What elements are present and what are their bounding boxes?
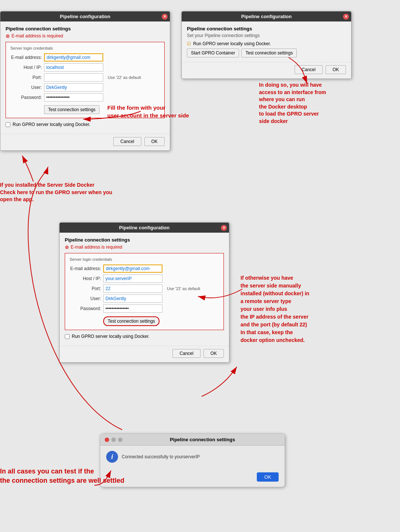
- dialog2-heading: Pipeline connection settings: [187, 26, 346, 31]
- password-input-3[interactable]: [103, 305, 162, 313]
- dialog3-titlebar: Pipeline configuration ✕: [60, 223, 229, 233]
- annotation4: If otherwise you havethe server side man…: [241, 274, 309, 344]
- dialog2-close-button[interactable]: ✕: [343, 14, 349, 20]
- dialog3-footer: Cancel OK: [60, 346, 229, 362]
- dialog2-footer: Cancel OK: [182, 62, 351, 79]
- annotation1: Fill the form with youruser account in t…: [107, 104, 189, 119]
- docker-buttons: Start GPRO Container Test connection set…: [187, 49, 346, 57]
- user-input-3[interactable]: [103, 295, 162, 303]
- connected-info-row: i Connected successfully to yourserverIP: [106, 451, 279, 463]
- docker-checkbox-checked-icon: ☑: [187, 41, 191, 46]
- docker-checkbox-row-3: Run GPRO server locally using Docker.: [65, 334, 224, 339]
- dialog1-error: ⊗ E-mail address is required: [6, 33, 165, 39]
- docker-checkbox-row-1: Run GPRO server locally using Docker.: [6, 122, 165, 127]
- dialog1-cancel-btn[interactable]: Cancel: [113, 137, 141, 146]
- docker-checkbox-row-2: ☑ Run GPRO server locally using Docker.: [187, 41, 346, 46]
- dialog1-close-button[interactable]: ✕: [162, 14, 168, 20]
- dialog1-footer: Cancel OK: [0, 134, 170, 150]
- dialog4-footer: OK: [100, 472, 285, 487]
- host-input-3[interactable]: [103, 275, 162, 283]
- user-label-1: User:: [10, 85, 42, 90]
- port-hint-1: Use '22' as default: [108, 75, 141, 80]
- email-input-3[interactable]: [103, 265, 162, 273]
- dialog4: Pipeline connection settings i Connected…: [100, 433, 285, 487]
- email-input-1[interactable]: [44, 53, 103, 61]
- info-icon: i: [106, 451, 118, 463]
- host-row-1: Host / IP:: [10, 63, 160, 72]
- docker-label-2: Run GPRO server locally using Docker.: [193, 41, 271, 46]
- test-connection-btn-3[interactable]: Test connection settings: [103, 316, 159, 326]
- dialog1: Pipeline configuration ✕ Pipeline connec…: [0, 11, 170, 151]
- credentials-label-3: Server login credentials: [70, 257, 219, 262]
- port-label-1: Port:: [10, 75, 42, 80]
- host-input-1[interactable]: [44, 63, 103, 72]
- dialog3: Pipeline configuration ✕ Pipeline connec…: [59, 222, 229, 363]
- host-label-3: Host / IP:: [70, 276, 101, 281]
- dialog3-error: ⊗ E-mail address is required: [65, 244, 224, 250]
- dialog4-titlebar: Pipeline connection settings: [100, 434, 285, 446]
- dialog3-title: Pipeline configuration: [119, 225, 170, 230]
- dialog3-cancel-btn[interactable]: Cancel: [172, 349, 200, 358]
- mac-maximize-btn[interactable]: [118, 438, 122, 442]
- credentials-box-3: Server login credentials E-mail address:…: [65, 253, 224, 330]
- docker-label-1: Run GPRO server locally using Docker.: [13, 122, 90, 127]
- connected-text: Connected successfully to yourserverIP: [122, 454, 200, 459]
- dialog2-cancel-btn[interactable]: Cancel: [295, 65, 322, 74]
- port-input-1[interactable]: [44, 73, 103, 82]
- annotation2: In doing so, you will haveaccess to an i…: [259, 82, 326, 125]
- annotation5: In all cases you can test if thethe conn…: [0, 467, 124, 485]
- password-label-1: Password:: [10, 95, 42, 100]
- docker-checkbox-3[interactable]: [65, 334, 70, 339]
- email-label-3: E-mail address:: [70, 266, 101, 271]
- dialog2-ok-btn[interactable]: OK: [326, 65, 346, 74]
- docker-label-3: Run GPRO server locally using Docker.: [72, 334, 149, 339]
- mac-close-btn[interactable]: [105, 438, 109, 442]
- password-row-1: Password:: [10, 93, 160, 102]
- test-connection-btn-2[interactable]: Test connection settings: [241, 49, 297, 57]
- start-gpro-container-btn[interactable]: Start GPRO Container: [187, 49, 239, 57]
- dialog2-subtitle: Set your Pipeline connection settings: [187, 33, 346, 38]
- dialog4-ok-btn[interactable]: OK: [257, 472, 279, 482]
- error-icon: ⊗: [6, 33, 10, 39]
- host-label-1: Host / IP:: [10, 65, 42, 70]
- dialog1-title: Pipeline configuration: [60, 14, 111, 19]
- dialog3-close-button[interactable]: ✕: [221, 225, 227, 231]
- user-input-1[interactable]: [44, 83, 103, 92]
- credentials-label-1: Server login credentials: [10, 46, 160, 50]
- mac-minimize-btn[interactable]: [111, 438, 116, 442]
- password-label-3: Password:: [70, 306, 101, 311]
- docker-checkbox-1[interactable]: [6, 122, 10, 127]
- dialog2: Pipeline configuration ✕ Pipeline connec…: [181, 11, 352, 79]
- dialog4-body: i Connected successfully to yourserverIP: [100, 446, 285, 472]
- dialog1-titlebar: Pipeline configuration ✕: [0, 11, 170, 21]
- dialog3-heading: Pipeline connection settings: [65, 237, 224, 243]
- dialog3-ok-btn[interactable]: OK: [204, 349, 224, 358]
- password-input-1[interactable]: [44, 93, 103, 102]
- user-row-1: User:: [10, 83, 160, 92]
- annotation3: If you installed the Server Side DockerC…: [0, 182, 112, 203]
- host-row-3: Host / IP:: [70, 275, 219, 283]
- port-row-3: Port: Use '22' as default: [70, 285, 219, 293]
- user-label-3: User:: [70, 296, 101, 301]
- password-row-3: Password:: [70, 305, 219, 313]
- email-row-3: E-mail address:: [70, 265, 219, 273]
- port-input-3[interactable]: [103, 285, 162, 293]
- error-icon-3: ⊗: [65, 244, 69, 250]
- port-hint-3: Use '22' as default: [167, 286, 200, 291]
- user-row-3: User:: [70, 295, 219, 303]
- email-label-1: E-mail address:: [10, 55, 42, 60]
- test-connection-btn-1[interactable]: Test connection settings: [44, 105, 100, 114]
- dialog2-titlebar: Pipeline configuration ✕: [182, 11, 351, 21]
- dialog4-title: Pipeline connection settings: [125, 437, 280, 442]
- email-row-1: E-mail address:: [10, 53, 160, 61]
- port-label-3: Port:: [70, 286, 101, 291]
- dialog2-title: Pipeline configuration: [241, 14, 292, 19]
- dialog1-ok-btn[interactable]: OK: [144, 137, 165, 146]
- dialog1-heading: Pipeline connection settings: [6, 26, 165, 31]
- port-row-1: Port: Use '22' as default: [10, 73, 160, 82]
